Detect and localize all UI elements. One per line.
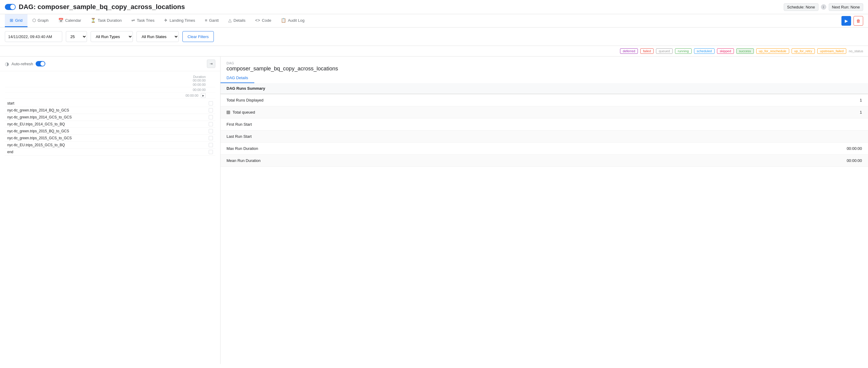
tab-code[interactable]: <> Code <box>250 14 276 27</box>
task-name: nyc-tlc_green.trips_2015_GCS_to_GCS <box>7 136 206 140</box>
delete-dag-button[interactable]: 🗑 <box>854 16 863 26</box>
task-checkbox[interactable] <box>209 150 213 154</box>
tab-details[interactable]: △ Details <box>223 14 250 27</box>
page-header: DAG: composer_sample_bq_copy_across_loca… <box>0 0 868 14</box>
tab-graph[interactable]: ⬡ Graph <box>28 14 54 27</box>
details-icon: △ <box>228 18 231 23</box>
total-queued-value: 1 <box>844 106 868 118</box>
tab-task-duration[interactable]: ⏳ Task Duration <box>86 14 126 27</box>
auto-refresh-toggle[interactable] <box>36 61 45 66</box>
filters-bar: 25 50 100 All Run Types All Run States C… <box>0 28 868 46</box>
tab-task-duration-label: Task Duration <box>98 18 121 23</box>
grid-icon: ⊞ <box>10 18 13 23</box>
tab-calendar[interactable]: 📅 Calendar <box>54 14 86 27</box>
task-name: end <box>7 150 206 154</box>
details-row-max-duration: Max Run Duration 00:00:00 <box>220 143 868 155</box>
calendar-icon: 📅 <box>58 18 63 23</box>
dag-runs-summary-header: DAG Runs Summary <box>220 83 868 94</box>
status-upstream-failed: upstream_failed <box>817 48 846 54</box>
details-row-total-runs: Total Runs Displayed 1 <box>220 94 868 106</box>
task-name: nyc-tlc_EU.trips_2015_GCS_to_BQ <box>7 143 206 147</box>
task-checkbox[interactable] <box>209 101 213 105</box>
task-checkbox[interactable] <box>209 143 213 147</box>
dag-details-link[interactable]: DAG Details <box>220 73 254 83</box>
tab-task-tries[interactable]: ⇌ Task Tries <box>127 14 159 27</box>
total-runs-value: 1 <box>844 94 868 106</box>
clear-filters-button[interactable]: Clear Filters <box>182 31 214 42</box>
schedule-badge: Schedule: None <box>784 3 818 11</box>
details-header: DAG composer_sample_bq_copy_across_locat… <box>220 57 868 73</box>
num-runs-select[interactable]: 25 50 100 <box>66 31 87 42</box>
tab-task-tries-label: Task Tries <box>137 18 155 23</box>
time-rows: 00:00:00 00:00:00 00:00:00 ▶ <box>5 82 215 99</box>
last-run-label: Last Run Start <box>220 130 844 142</box>
status-failed: failed <box>640 48 654 54</box>
main-content: ◑ Auto-refresh ⇥ Duration 00:00:00 00:00… <box>0 57 868 364</box>
queued-dot <box>226 111 230 114</box>
mean-duration-label: Mean Run Duration <box>220 155 840 166</box>
task-name: nyc-tlc_EU.trips_2014_GCS_to_BQ <box>7 122 206 126</box>
task-checkbox[interactable] <box>209 136 213 140</box>
max-duration-label: Max Run Duration <box>220 143 840 154</box>
nav-tabs-left: ⊞ Grid ⬡ Graph 📅 Calendar ⏳ Task Duratio… <box>5 14 309 27</box>
tab-gantt[interactable]: ≡ Gantt <box>200 14 223 27</box>
task-row: nyc-tlc_EU.trips_2014_GCS_to_BQ <box>5 121 215 128</box>
tab-grid-label: Grid <box>15 18 23 23</box>
duration-label: Duration <box>193 75 206 79</box>
tab-audit-log[interactable]: 📋 Audit Log <box>276 14 309 27</box>
run-dag-button[interactable]: ▶ <box>841 16 851 26</box>
details-row-last-run: Last Run Start <box>220 130 868 143</box>
run-types-select[interactable]: All Run Types <box>91 31 133 42</box>
time-row: 00:00:00 ▶ <box>5 92 215 99</box>
status-deferred: deferred <box>620 48 638 54</box>
info-icon[interactable]: i <box>821 4 826 10</box>
tab-landing-times[interactable]: ✈ Landing Times <box>159 14 200 27</box>
status-no-status: no_status <box>849 49 863 53</box>
tab-calendar-label: Calendar <box>65 18 81 23</box>
status-up-for-reschedule: up_for_reschedule <box>756 48 789 54</box>
tab-audit-log-label: Audit Log <box>288 18 304 23</box>
status-queued: queued <box>656 48 673 54</box>
audit-log-icon: 📋 <box>281 18 286 23</box>
time-value-2: 00:00:00 <box>193 88 206 92</box>
task-row: nyc-tlc_green.trips_2014_BQ_to_GCS <box>5 107 215 114</box>
header-right: Schedule: None i Next Run: None <box>784 3 863 11</box>
task-rows: start nyc-tlc_green.trips_2014_BQ_to_GCS… <box>5 100 215 156</box>
expand-panel-button[interactable]: ⇥ <box>207 60 215 68</box>
task-row: nyc-tlc_green.trips_2015_BQ_to_GCS <box>5 128 215 135</box>
run-icon[interactable]: ▶ <box>201 93 206 98</box>
gantt-icon: ≡ <box>205 18 207 23</box>
task-checkbox[interactable] <box>209 129 213 133</box>
details-dag-name: composer_sample_bq_copy_across_locations <box>226 66 862 72</box>
task-checkbox[interactable] <box>209 115 213 119</box>
first-run-label: First Run Start <box>220 118 844 130</box>
date-filter-input[interactable] <box>5 31 62 42</box>
dag-name: composer_sample_bq_copy_across_locations <box>37 3 185 10</box>
graph-icon: ⬡ <box>32 18 36 23</box>
nav-actions: ▶ 🗑 <box>841 16 863 26</box>
task-checkbox[interactable] <box>209 122 213 126</box>
tab-landing-times-label: Landing Times <box>169 18 195 23</box>
first-run-value <box>844 121 868 128</box>
task-row: nyc-tlc_EU.trips_2015_GCS_to_BQ <box>5 142 215 149</box>
landing-times-icon: ✈ <box>164 18 167 23</box>
last-run-value <box>844 133 868 140</box>
run-states-select[interactable]: All Run States <box>136 31 179 42</box>
auto-refresh-row: ◑ Auto-refresh ⇥ <box>0 57 220 71</box>
status-up-for-retry: up_for_retry <box>792 48 815 54</box>
task-duration-icon: ⏳ <box>91 18 96 23</box>
duration-value: 00:00:00 <box>193 79 206 82</box>
dag-label: DAG: <box>19 3 36 10</box>
tab-gantt-label: Gantt <box>209 18 219 23</box>
dag-toggle[interactable] <box>5 4 16 10</box>
time-value-3: 00:00:00 <box>185 94 198 97</box>
task-name: nyc-tlc_green.trips_2015_BQ_to_GCS <box>7 129 206 133</box>
task-name: start <box>7 101 206 105</box>
time-value-1: 00:00:00 <box>193 83 206 86</box>
status-skipped: skipped <box>717 48 734 54</box>
task-row: start <box>5 100 215 107</box>
tab-grid[interactable]: ⊞ Grid <box>5 14 28 27</box>
status-success: success <box>736 48 754 54</box>
task-checkbox[interactable] <box>209 108 213 113</box>
max-duration-value: 00:00:00 <box>840 143 868 154</box>
